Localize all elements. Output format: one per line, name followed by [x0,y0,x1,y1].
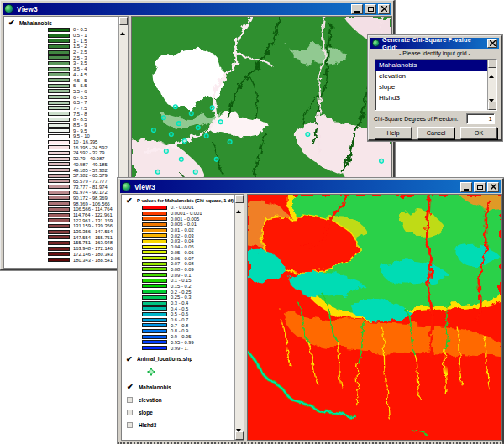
legend-entry[interactable]: 8.5 - 9 [4,123,128,128]
legend-entry[interactable]: 147.554 - 155.751 [4,234,128,240]
legend-entry[interactable]: 0.0001 - 0.001 [122,211,244,217]
legend-entry[interactable]: 131.159 - 139.356 [4,223,128,229]
grid-list-item[interactable]: slope [375,81,487,92]
legend-entry[interactable]: 172.146 - 180.343 [4,252,128,258]
layer-row[interactable]: slope [122,406,244,419]
legend-entry[interactable]: 0.07 - 0.08 [122,261,244,267]
layer-label[interactable]: Mahalanobis [139,384,171,390]
legend-entry[interactable]: 0.05 - 0.06 [122,250,244,256]
legend-entry[interactable]: 0.5 - 1 [4,33,128,39]
layer-mahalanobis[interactable]: ✔ Mahalanobis [4,17,128,27]
legend-entry[interactable]: 4 - 4.5 [4,72,128,78]
layer-label[interactable]: Mahalanobis [19,20,52,26]
legend-entry[interactable]: 6.5 - 7 [4,100,128,106]
close-button[interactable] [487,182,499,192]
legend-entry[interactable]: 8 - 8.5 [4,117,128,123]
legend-entry[interactable]: 24.592 - 32.79 [4,150,128,156]
scroll-up-button[interactable] [119,17,128,25]
legend-entry[interactable]: 0.99 - 1. [122,345,244,351]
legend-entry[interactable]: 0.1 - 0.15 [122,278,244,284]
legend-entry[interactable]: 16.395 - 24.592 [4,144,128,150]
layer-label[interactable]: Animal_locations.shp [137,356,192,362]
legend-entry[interactable]: 139.356 - 147.554 [4,229,128,235]
close-button[interactable] [378,4,390,14]
dialog-titlebar[interactable]: Generate Chi-Square P-value Grid: [370,38,499,49]
legend-entry[interactable]: 6 - 6.5 [4,94,128,100]
minimize-button[interactable] [460,182,472,192]
maximize-button[interactable] [365,4,376,14]
legend-entry[interactable]: 0.02 - 0.03 [122,232,244,238]
legend-entry[interactable]: 0.95 - 0.99 [122,340,244,346]
legend-entry[interactable]: 0.15 - 0.2 [122,284,244,290]
degrees-of-freedom-input[interactable] [466,113,495,124]
toc-scrollbar-bottom[interactable] [234,195,244,440]
pvalue-map[interactable] [247,194,502,441]
minimize-button[interactable] [351,4,363,14]
legend-entry[interactable]: 1.5 - 2 [4,44,128,50]
legend-entry[interactable]: 2 - 2.5 [4,50,128,55]
layer-checkbox[interactable] [127,422,133,428]
layer-checkbox[interactable] [127,410,133,415]
legend-entry[interactable]: 114.764 - 122.961 [4,212,128,218]
layer-row[interactable]: Hlshd3 [122,419,244,431]
legend-entry[interactable]: 3 - 3.5 [4,60,128,66]
legend-entry[interactable]: 0 - 0.5 [4,27,128,33]
legend-entry[interactable]: 0.06 - 0.07 [122,255,244,261]
legend-entry[interactable]: 3.5 - 4 [4,66,128,72]
legend-entry[interactable]: 0. - 0.0001 [122,205,244,211]
cancel-button[interactable]: Cancel [417,127,454,139]
grid-list-item[interactable]: Hlshd3 [375,92,487,103]
legend-entry[interactable]: 49.185 - 57.382 [4,167,128,173]
legend-entry[interactable]: 1 - 1.5 [4,38,128,44]
legend-entry[interactable]: 9.5 - 10 [4,133,128,139]
legend-entry[interactable]: 0.6 - 0.7 [122,317,244,323]
legend-entry[interactable]: 2.5 - 3 [4,55,128,60]
legend-entry[interactable]: 163.948 - 172.146 [4,246,128,252]
legend-entry[interactable]: 0.25 - 0.3 [122,295,244,300]
layer-row[interactable]: ✔ Mahalanobis [122,381,244,394]
scroll-down-button[interactable] [488,102,496,110]
legend-entry[interactable]: 5 - 5.5 [4,83,128,89]
scroll-up-button[interactable] [235,195,244,203]
legend-entry[interactable]: 4.5 - 5 [4,77,128,83]
legend-entry[interactable]: 0.08 - 0.09 [122,267,244,273]
legend-entry[interactable]: 0.03 - 0.04 [122,238,244,244]
legend-entry[interactable]: 5.5 - 6 [4,89,128,95]
legend-entry[interactable]: 73.777 - 81.974 [4,184,128,190]
legend-entry[interactable]: 10 - 16.395 [4,139,128,145]
layer-animal-locations[interactable]: ✔ Animal_locations.shp [122,351,244,363]
layer-row[interactable]: elevation [122,394,244,406]
grid-list-item[interactable]: elevation [375,71,487,81]
scroll-down-button[interactable] [235,431,244,440]
input-grid-listbox[interactable]: Mahalanobis elevation slope Hlshd3 [375,59,497,111]
legend-entry[interactable]: 9 - 9.5 [4,128,128,133]
legend-entry[interactable]: 65.579 - 73.777 [4,179,128,185]
legend-entry[interactable]: 0.7 - 0.8 [122,322,244,328]
legend-entry[interactable]: 0.8 - 0.9 [122,328,244,334]
titlebar-top[interactable]: View3 [3,3,391,15]
layer-checkbox[interactable]: ✔ [126,197,134,204]
legend-entry[interactable]: 0.005 - 0.01 [122,222,244,227]
grid-list-item[interactable]: Mahalanobis [375,60,487,71]
legend-entry[interactable]: 7.5 - 8 [4,111,128,117]
scroll-up-button[interactable] [488,60,496,68]
maximize-button[interactable] [474,182,486,192]
layer-checkbox[interactable]: ✔ [126,356,134,363]
legend-entry[interactable]: 0.09 - 0.1 [122,272,244,278]
layer-label[interactable]: slope [139,410,153,415]
legend-entry[interactable]: 0.4 - 0.5 [122,306,244,311]
layer-label[interactable]: Hlshd3 [139,422,156,428]
legend-entry[interactable]: 0.001 - 0.005 [122,216,244,222]
legend-entry[interactable]: 0.3 - 0.4 [122,300,244,306]
ok-button[interactable]: OK [460,127,497,139]
dialog-close-button[interactable] [487,39,497,48]
legend-entry[interactable]: 0.5 - 0.6 [122,311,244,317]
legend-entry[interactable]: 98.369 - 106.566 [4,201,128,206]
layer-pvalues[interactable]: ✔ P-values for Mahalanobis (Chi-square, … [122,195,244,205]
legend-entry[interactable]: 180.343 - 188.541 [4,257,128,263]
legend-entry[interactable]: 57.382 - 65.579 [4,173,128,179]
legend-entry[interactable]: 0.04 - 0.05 [122,244,244,250]
help-button[interactable]: Help [375,127,412,139]
legend-entry[interactable]: 155.751 - 163.948 [4,240,128,246]
layer-label[interactable]: elevation [139,397,162,403]
